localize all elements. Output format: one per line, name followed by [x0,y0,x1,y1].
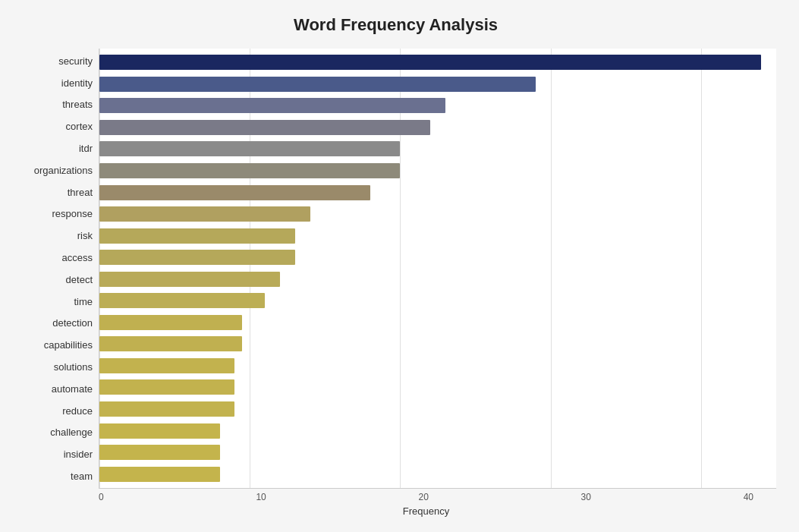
y-label: team [71,467,93,486]
bar [99,120,430,135]
y-label: challenge [50,423,93,442]
bar [99,228,295,244]
bar-row [99,119,776,136]
x-tick: 10 [256,492,266,502]
bar [99,141,400,156]
bar-row [99,423,776,439]
bar [99,445,220,460]
y-axis-labels: securityidentitythreatscortexitdrorganiz… [15,49,99,489]
bar-row [99,249,776,266]
bar [99,315,242,330]
bar-row [99,466,776,483]
bar [99,293,265,308]
bar-row [99,379,776,395]
y-label: detect [66,269,93,289]
x-tick: 0 [99,492,104,502]
bar [99,185,370,200]
bar-row [99,314,776,331]
y-label: threats [62,95,93,115]
bar-row [99,335,776,352]
bar [99,379,234,395]
x-axis-area: 010203040 Frequency [99,492,776,517]
bar-row [99,444,776,461]
y-label: detection [52,313,93,333]
bar [99,77,536,92]
bar-row [99,162,776,179]
bars-inner [99,49,776,488]
bar [99,336,242,351]
x-axis-ticks: 010203040 [99,492,753,502]
bar-row [99,76,776,93]
bar-row [99,228,776,244]
bar [99,358,234,373]
y-label: threat [68,182,93,202]
bar-row [99,184,776,201]
bar-row [99,271,776,288]
y-label: reduce [62,401,93,420]
y-label: identity [61,73,93,93]
bar [99,163,400,178]
bar [99,272,280,287]
bar [99,206,310,222]
bar [99,250,295,265]
bar-row [99,357,776,374]
y-label: itdr [79,139,93,159]
bar-row [99,97,776,114]
x-axis-label: Frequency [99,505,753,517]
bar [99,401,234,417]
bar-row [99,54,776,71]
y-label: security [58,51,93,71]
bar [99,55,761,70]
bar-row [99,401,776,417]
bar-row [99,292,776,309]
bar-row [99,140,776,157]
y-label: access [62,248,93,268]
chart-area: securityidentitythreatscortexitdrorganiz… [15,49,776,489]
bar-row [99,206,776,222]
bars-area [99,49,776,489]
chart-title: Word Frequency Analysis [15,15,776,35]
y-label: cortex [66,117,93,137]
bar [99,467,220,482]
bar [99,423,220,439]
bar [99,98,445,113]
y-label: capabilities [44,335,93,355]
y-label: solutions [54,357,93,377]
y-label: insider [64,445,93,464]
x-tick: 30 [581,492,591,502]
x-tick: 20 [418,492,428,502]
x-tick: 40 [744,492,753,502]
y-label: organizations [34,160,93,180]
chart-container: Word Frequency Analysis securityidentity… [0,0,799,532]
y-label: automate [52,379,93,398]
y-label: time [74,291,93,311]
y-label: risk [77,226,93,246]
y-label: response [52,204,93,224]
